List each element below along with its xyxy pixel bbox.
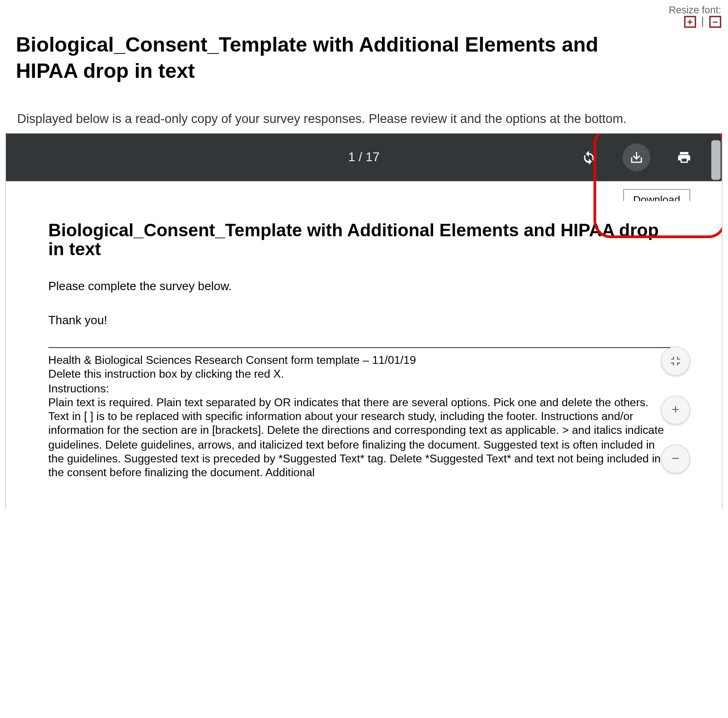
pdf-page: Biological_Consent_Template with Additio… [21, 201, 699, 509]
scrollbar-thumb[interactable] [711, 140, 721, 180]
pdf-line1: Please complete the survey below. [48, 280, 672, 293]
zoom-in-button[interactable]: + [661, 395, 690, 424]
page-indicator: 1 / 17 [348, 150, 380, 164]
pdf-viewer-toolbar: 1 / 17 [6, 134, 722, 181]
fit-to-page-button[interactable] [661, 346, 690, 375]
separator: | [701, 15, 704, 26]
print-icon [677, 150, 692, 164]
intro-text: Displayed below is a read-only copy of y… [17, 111, 710, 126]
page-title: Biological_Consent_Template with Additio… [16, 28, 618, 85]
download-icon [629, 150, 644, 164]
pdf-floating-controls: + − [661, 346, 690, 473]
pdf-heading: Biological_Consent_Template with Additio… [48, 221, 672, 260]
rotate-icon [581, 150, 596, 164]
fit-icon [669, 355, 681, 367]
download-button[interactable] [622, 143, 650, 171]
font-decrease-button[interactable]: − [709, 16, 721, 28]
print-button[interactable] [670, 143, 698, 171]
resize-font-controls: Resize font: + | − [0, 0, 728, 28]
pdf-line2: Thank you! [48, 314, 672, 327]
pdf-viewer: 1 / 17 Download Page 1 Biological_Consen… [5, 133, 722, 509]
zoom-out-button[interactable]: − [661, 444, 690, 473]
pdf-body: Health & Biological Sciences Research Co… [48, 353, 672, 480]
rotate-button[interactable] [575, 143, 603, 171]
font-increase-button[interactable]: + [684, 16, 696, 28]
pdf-divider [48, 347, 672, 348]
resize-label: Resize font: [669, 4, 721, 15]
